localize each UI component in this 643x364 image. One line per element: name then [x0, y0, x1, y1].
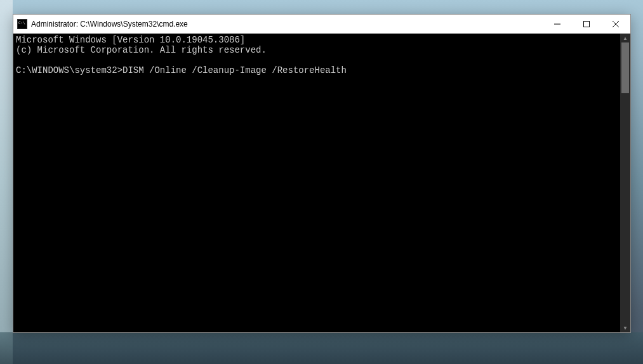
scrollbar-thumb[interactable]: [621, 42, 629, 93]
console-output[interactable]: Microsoft Windows [Version 10.0.19045.30…: [13, 34, 620, 332]
close-button[interactable]: [601, 15, 630, 34]
scrollbar-down-arrow[interactable]: ▼: [620, 323, 630, 332]
minimize-button[interactable]: [543, 15, 572, 34]
console-area[interactable]: Microsoft Windows [Version 10.0.19045.30…: [13, 34, 630, 332]
console-command: DISM /Online /Cleanup-Image /RestoreHeal…: [123, 65, 347, 75]
maximize-icon: [583, 21, 590, 27]
svg-rect-1: [584, 22, 590, 27]
console-line: Microsoft Windows [Version 10.0.19045.30…: [16, 35, 245, 45]
scrollbar[interactable]: ▲ ▼: [620, 34, 630, 332]
titlebar[interactable]: Administrator: C:\Windows\System32\cmd.e…: [13, 15, 630, 34]
window-controls: [543, 15, 630, 33]
maximize-button[interactable]: [572, 15, 601, 34]
desktop-background-waves: [0, 332, 643, 364]
close-icon: [613, 21, 619, 27]
console-prompt: C:\WINDOWS\system32>: [16, 65, 123, 75]
cmd-icon: [17, 19, 27, 29]
scrollbar-up-arrow[interactable]: ▲: [620, 34, 630, 42]
window-title: Administrator: C:\Windows\System32\cmd.e…: [31, 20, 543, 29]
minimize-icon: [554, 21, 560, 27]
desktop-background-left: [0, 0, 13, 364]
console-line: (c) Microsoft Corporation. All rights re…: [16, 45, 267, 55]
cmd-window: Administrator: C:\Windows\System32\cmd.e…: [13, 14, 631, 333]
